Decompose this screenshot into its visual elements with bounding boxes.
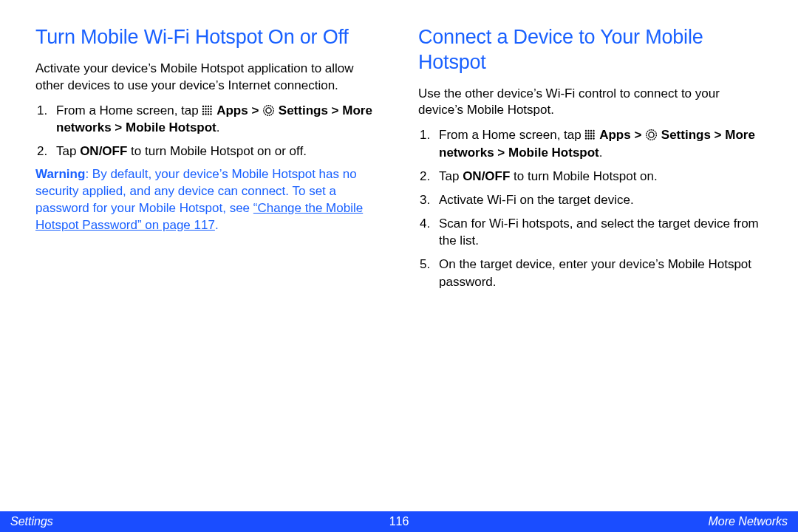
document-page: Turn Mobile Wi-Fi Hotspot On or Off Acti… xyxy=(0,0,798,532)
svg-point-7 xyxy=(211,108,212,109)
svg-point-5 xyxy=(205,108,207,109)
step-end: . xyxy=(216,120,220,134)
settings-gear-icon xyxy=(262,104,275,117)
svg-point-27 xyxy=(588,135,590,137)
svg-point-33 xyxy=(593,138,595,140)
svg-point-23 xyxy=(588,133,590,134)
svg-point-20 xyxy=(590,130,592,132)
svg-point-34 xyxy=(647,130,657,140)
svg-point-25 xyxy=(593,133,595,134)
step-text: From a Home screen, tap xyxy=(56,103,202,117)
svg-point-32 xyxy=(590,138,592,140)
right-column: Connect a Device to Your Mobile Hotspot … xyxy=(418,25,763,532)
heading-turn-hotspot: Turn Mobile Wi-Fi Hotspot On or Off xyxy=(35,25,380,50)
steps-right: From a Home screen, tap Apps > xyxy=(418,126,763,290)
step-left-1: From a Home screen, tap Apps > xyxy=(35,102,380,137)
step-end: . xyxy=(599,146,603,160)
step-bold-onoff: ON/OFF xyxy=(463,169,510,183)
step-text: Tap xyxy=(56,144,80,158)
svg-point-9 xyxy=(205,110,207,112)
warning-label: Warning xyxy=(35,167,85,181)
steps-left: From a Home screen, tap Apps > xyxy=(35,102,380,160)
intro-right: Use the other device’s Wi-Fi control to … xyxy=(418,86,763,120)
svg-point-16 xyxy=(264,105,274,115)
svg-point-22 xyxy=(585,133,587,134)
svg-point-29 xyxy=(593,135,595,137)
step-text: to turn Mobile Hotspot on. xyxy=(510,169,657,183)
step-bold-apps: Apps > xyxy=(599,128,645,142)
footer-right: More Networks xyxy=(708,515,798,528)
svg-point-0 xyxy=(202,105,204,106)
svg-point-6 xyxy=(208,108,209,109)
svg-point-26 xyxy=(585,135,587,137)
warning-paragraph: Warning: By default, your device’s Mobil… xyxy=(35,166,380,234)
left-column: Turn Mobile Wi-Fi Hotspot On or Off Acti… xyxy=(35,25,380,532)
step-text: From a Home screen, tap xyxy=(439,128,584,142)
step-right-2: Tap ON/OFF to turn Mobile Hotspot on. xyxy=(418,168,763,185)
apps-grid-icon xyxy=(202,103,213,115)
footer-left: Settings xyxy=(0,515,53,528)
svg-point-15 xyxy=(211,113,212,115)
step-text: to turn Mobile Hotspot on or off. xyxy=(127,144,307,158)
svg-point-18 xyxy=(585,130,587,132)
svg-point-28 xyxy=(590,135,592,137)
svg-point-19 xyxy=(588,130,590,132)
svg-point-17 xyxy=(266,108,271,113)
svg-point-4 xyxy=(202,108,204,109)
svg-point-24 xyxy=(590,133,592,134)
step-text: Tap xyxy=(439,169,463,183)
svg-point-12 xyxy=(202,113,204,115)
svg-point-21 xyxy=(593,130,595,132)
svg-point-11 xyxy=(211,110,212,112)
step-right-5: On the target device, enter your device’… xyxy=(418,256,763,291)
settings-gear-icon xyxy=(645,129,658,141)
svg-point-1 xyxy=(205,105,207,106)
svg-point-31 xyxy=(588,138,590,140)
svg-point-30 xyxy=(585,138,587,140)
step-right-3: Activate Wi-Fi on the target device. xyxy=(418,191,763,209)
page-footer: Settings 116 More Networks xyxy=(0,511,798,532)
svg-point-35 xyxy=(649,132,654,137)
intro-left: Activate your device’s Mobile Hotspot ap… xyxy=(35,61,380,95)
step-right-4: Scan for Wi-Fi hotspots, and select the … xyxy=(418,215,763,250)
svg-point-2 xyxy=(208,105,209,106)
step-right-1: From a Home screen, tap Apps > xyxy=(418,126,763,162)
heading-connect-device: Connect a Device to Your Mobile Hotspot xyxy=(418,25,763,75)
svg-point-8 xyxy=(202,110,204,112)
warning-end: . xyxy=(215,218,219,232)
step-left-2: Tap ON/OFF to turn Mobile Hotspot on or … xyxy=(35,143,380,160)
footer-page-number: 116 xyxy=(389,515,409,528)
apps-grid-icon xyxy=(584,128,596,139)
svg-point-10 xyxy=(208,110,209,112)
svg-point-13 xyxy=(205,113,207,115)
step-bold-apps: Apps > xyxy=(216,103,262,117)
step-bold-onoff: ON/OFF xyxy=(80,144,127,158)
svg-point-14 xyxy=(208,113,209,115)
svg-point-3 xyxy=(211,105,212,106)
